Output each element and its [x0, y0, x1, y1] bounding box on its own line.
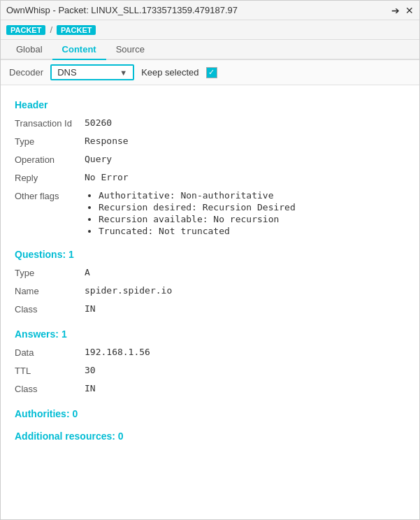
flag-item-recursion-available: Recursion available: No recursion: [99, 214, 296, 224]
tabs: Global Content Source: [1, 40, 419, 60]
a-field-key-class: Class: [15, 383, 85, 394]
a-field-class: Class IN: [15, 383, 405, 397]
field-value-operation: Query: [85, 154, 112, 164]
q-field-value-class: IN: [85, 303, 96, 314]
decoder-dropdown[interactable]: DNS ▼: [50, 64, 134, 80]
flag-item-authoritative: Authoritative: Non-authoritative: [99, 190, 296, 201]
toolbar: Decoder DNS ▼ Keep selected ✓: [1, 60, 419, 85]
chevron-down-icon: ▼: [120, 68, 127, 77]
a-field-value-ttl: 30: [85, 365, 96, 375]
other-flags-list: Authoritative: Non-authoritative Recursi…: [85, 190, 296, 238]
q-field-key-class: Class: [15, 303, 85, 315]
authorities-section: Authorities: 0: [15, 408, 405, 419]
field-key-reply: Reply: [15, 172, 85, 183]
questions-title: Questions: 1: [15, 249, 74, 260]
field-value-reply: No Error: [85, 172, 129, 182]
q-field-key-type: Type: [15, 267, 85, 278]
q-field-value-name: spider.spider.io: [85, 285, 172, 296]
field-key-transaction-id: Transaction Id: [15, 117, 85, 129]
q-field-class: Class IN: [15, 303, 405, 317]
q-field-value-type: A: [85, 267, 90, 277]
field-transaction-id: Transaction Id 50260: [15, 117, 405, 131]
additional-resources-section: Additional resources: 0: [15, 431, 405, 442]
window-title: OwnWhisp - Packet: LINUX_SLL.1733571359.…: [6, 5, 238, 15]
a-field-data: Data 192.168.1.56: [15, 347, 405, 361]
title-bar: OwnWhisp - Packet: LINUX_SLL.1733571359.…: [1, 1, 419, 20]
a-field-key-ttl: TTL: [15, 365, 85, 376]
field-type: Type Response: [15, 136, 405, 150]
field-value-type: Response: [85, 136, 129, 146]
flag-item-recursion-desired: Recursion desired: Recursion Desired: [99, 202, 296, 212]
additional-title: Additional resources: 0: [15, 431, 124, 442]
decoder-label: Decoder: [9, 67, 43, 78]
a-field-value-class: IN: [85, 383, 96, 393]
tab-source[interactable]: Source: [106, 40, 154, 60]
field-operation: Operation Query: [15, 154, 405, 168]
tab-global[interactable]: Global: [6, 40, 52, 60]
title-icons: ➔ ✕: [391, 5, 414, 16]
packet-tag-1[interactable]: PACKET: [6, 25, 45, 35]
field-reply: Reply No Error: [15, 172, 405, 186]
keep-selected-label: Keep selected: [141, 67, 198, 78]
decoder-value: DNS: [57, 67, 76, 78]
answers-title: Answers: 1: [15, 328, 67, 340]
pin-icon[interactable]: ➔: [391, 5, 400, 16]
a-field-ttl: TTL 30: [15, 365, 405, 379]
checkmark-icon: ✓: [208, 68, 215, 77]
tag-bar: PACKET / PACKET: [1, 20, 419, 40]
tag-separator: /: [50, 24, 52, 35]
packet-tag-2[interactable]: PACKET: [57, 25, 96, 35]
keep-selected-checkbox[interactable]: ✓: [206, 67, 217, 78]
q-field-key-name: Name: [15, 285, 85, 296]
a-field-key-data: Data: [15, 347, 85, 358]
a-field-value-data: 192.168.1.56: [85, 347, 150, 357]
questions-section: Questions: 1: [15, 249, 405, 260]
field-other-flags: Other flags Authoritative: Non-authorita…: [15, 190, 405, 238]
field-key-other-flags: Other flags: [15, 190, 85, 201]
header-section-title: Header: [15, 99, 405, 110]
flag-item-truncated: Truncated: Not truncated: [99, 226, 296, 236]
authorities-title: Authorities: 0: [15, 408, 78, 419]
q-field-name: Name spider.spider.io: [15, 285, 405, 299]
field-value-transaction-id: 50260: [85, 117, 112, 128]
q-field-type: Type A: [15, 267, 405, 281]
field-key-type: Type: [15, 136, 85, 147]
field-key-operation: Operation: [15, 154, 85, 165]
tab-content[interactable]: Content: [52, 40, 106, 60]
close-icon[interactable]: ✕: [405, 5, 414, 16]
content-area: Header Transaction Id 50260 Type Respons…: [1, 85, 419, 514]
answers-section: Answers: 1: [15, 328, 405, 340]
